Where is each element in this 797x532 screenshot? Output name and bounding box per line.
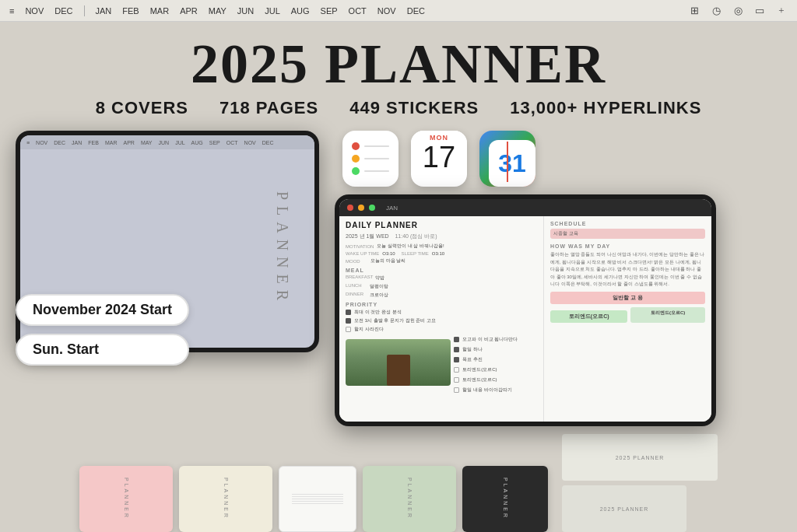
main-content: 2025 PLANNER 8 COVERS 718 PAGES 449 STIC…	[0, 22, 797, 532]
menu-months: ≡ NOV DEC JAN FEB MAR APR MAY JUN JUL AU…	[9, 5, 676, 16]
thumb-planner-small-1[interactable]: 2025 PLANNER	[562, 434, 718, 481]
tablet-month-8: JUN	[159, 140, 170, 145]
dp-check-1[interactable]	[346, 310, 351, 315]
hyperlinks-num: 13,000+	[510, 98, 578, 117]
menu-hamburger[interactable]: ≡	[9, 6, 14, 16]
main-title: 2025 PLANNER	[96, 36, 702, 92]
clock-icon[interactable]: ◷	[710, 5, 722, 17]
plus-icon[interactable]: +	[775, 5, 788, 17]
month-nov[interactable]: NOV	[25, 6, 44, 16]
small-planner-label-2: 2025 PLANNER	[600, 506, 649, 512]
month-jun[interactable]: JUN	[237, 6, 254, 16]
dp-check-item-4: 토리엔드(오르C)	[454, 366, 537, 373]
dp-dot-yellow	[358, 205, 364, 211]
reminder-row-2	[352, 155, 389, 163]
grid-line-3	[292, 499, 343, 499]
month-nov2[interactable]: NOV	[377, 6, 396, 16]
sun-start-badge[interactable]: Sun. Start	[16, 334, 189, 366]
covers-stat: 8 COVERS	[96, 98, 188, 118]
tablet-month-11: SEP	[209, 140, 220, 145]
month-mar[interactable]: MAR	[150, 6, 169, 16]
tablet-month-6: APR	[123, 140, 134, 145]
dp-plant-pot	[387, 355, 410, 386]
dp-check-item-1: 오고파 이 비교 됩니다만다	[454, 336, 537, 343]
hyperlinks-stat: 13,000+ HYPERLINKS	[510, 98, 701, 118]
dp-schedule-title: SCHEDULE	[550, 221, 705, 226]
month-jul[interactable]: JUL	[265, 6, 280, 16]
thumb-white[interactable]	[279, 466, 356, 532]
left-tablet-container: ≡ NOV DEC JAN FEB MAR APR MAY JUN JUL AU…	[16, 131, 319, 352]
dp-track1: 토리엔드(오르C)	[550, 310, 628, 323]
pages-label: PAGES	[256, 98, 318, 117]
dp-checklist-5[interactable]	[454, 377, 459, 383]
dp-title: DAILY PLANNER	[346, 221, 537, 229]
dp-checklist-4[interactable]	[454, 367, 459, 373]
app-icons-row: MON 17 31	[335, 131, 781, 187]
dp-wake-row: WAKE UP TIME O3:10 SLEEP TIME O3:10	[346, 251, 537, 256]
window-icon[interactable]: ▭	[753, 5, 766, 17]
dp-check-3[interactable]	[346, 327, 351, 332]
month-oct[interactable]: OCT	[349, 6, 367, 16]
tablet-month-5: MAR	[105, 140, 118, 145]
tablet-month-14: DEC	[262, 140, 274, 145]
dp-check-item-6: 할일 내용 바이아감따기	[454, 387, 537, 394]
small-planner-label-1: 2025 PLANNER	[616, 455, 665, 460]
dp-right-panel: SCHEDULE 시중할 교육 HOW WAS MY DAY 좋아하는 열망 중…	[544, 216, 711, 422]
covers-label: COVERS	[111, 98, 188, 117]
planner-vertical-text: PLANNER	[273, 191, 291, 306]
tablet-month-4: FEB	[88, 140, 99, 145]
pages-num: 718	[219, 98, 251, 117]
dp-tracking-blocks: 토리엔드(오르C) 토리엔드(오르C)	[550, 307, 705, 323]
tablet-month-12: OCT	[226, 140, 238, 145]
tablet-month-2: DEC	[54, 140, 65, 145]
dp-checklist-2[interactable]	[454, 347, 459, 352]
dp-check-item-2: 할일 하나	[454, 346, 537, 353]
month-aug[interactable]: AUG	[291, 6, 310, 16]
month-dec[interactable]: DEC	[54, 6, 72, 16]
dp-priority-title: PRIORITY	[346, 302, 537, 307]
thumb-sage[interactable]: PLANNER	[363, 466, 456, 532]
tablet-month-13: NOV	[244, 140, 256, 145]
dp-check-2[interactable]	[346, 318, 351, 324]
month-dec2[interactable]: DEC	[407, 6, 425, 16]
dp-priority-2: 오전 3시 출발 후 문지가 잡힌 준비 고요	[346, 317, 537, 324]
calendar-31-icon[interactable]: 31	[479, 131, 535, 187]
calendar-17-icon[interactable]: MON 17	[411, 131, 467, 187]
menu-bar: ≡ NOV DEC JAN FEB MAR APR MAY JUN JUL AU…	[0, 0, 797, 22]
month-apr[interactable]: APR	[180, 6, 198, 16]
daily-planner-content: DAILY PLANNER 2025 년 1월 WED 11:40 (점심 바로…	[339, 216, 711, 422]
dp-dinner-row: DINNER 크로아상	[346, 292, 537, 299]
thumb-dark-label: PLANNER	[503, 478, 508, 520]
thumb-pink[interactable]: PLANNER	[79, 466, 173, 532]
reminder-dot-orange	[352, 155, 360, 163]
tablet-menu-hamburger: ≡	[26, 140, 30, 145]
dp-checklist-6[interactable]	[454, 387, 459, 393]
dp-track2: 토리엔드(오르C)	[630, 307, 705, 323]
month-may[interactable]: MAY	[209, 6, 226, 16]
tablet-month-10: AUG	[191, 140, 203, 145]
grid-icon[interactable]: ⊞	[688, 5, 700, 17]
month-sep[interactable]: SEP	[321, 6, 338, 16]
coin-icon[interactable]: ◎	[732, 5, 744, 17]
month-jan[interactable]: JAN	[96, 6, 112, 16]
thumb-dark[interactable]: PLANNER	[462, 466, 548, 532]
dp-date-row: 2025 년 1월 WED 11:40 (점심 바로)	[346, 233, 537, 240]
reminder-dot-red	[352, 142, 360, 150]
pages-stat: 718 PAGES	[219, 98, 318, 118]
thumb-pink-label: PLANNER	[124, 478, 129, 520]
reminder-line-1	[364, 145, 389, 147]
dp-checklist-3[interactable]	[454, 357, 459, 362]
november-start-badge[interactable]: November 2024 Start	[16, 294, 189, 326]
bottom-thumbnails: PLANNER PLANNER PLANNER PLANNER 2025 PLA…	[64, 428, 733, 532]
dp-bottom-row: 오고파 이 비교 됩니다만다 할일 하나 목표 추진	[346, 336, 537, 395]
thumb-planner-small-2[interactable]: 2025 PLANNER	[562, 485, 686, 532]
dp-checklist-1[interactable]	[454, 337, 459, 342]
right-tablet-screen: JAN DAILY PLANNER 2025 년 1월 WED 11:40 (점…	[339, 199, 711, 422]
thumb-white-content	[279, 488, 356, 510]
dp-dot-green	[369, 205, 375, 211]
month-feb[interactable]: FEB	[122, 6, 139, 16]
thumb-cream[interactable]: PLANNER	[179, 466, 272, 532]
daily-planner-top-bar: JAN	[339, 199, 711, 216]
dp-how-was-title: HOW WAS MY DAY	[550, 243, 705, 249]
reminders-app-icon[interactable]	[342, 131, 398, 187]
